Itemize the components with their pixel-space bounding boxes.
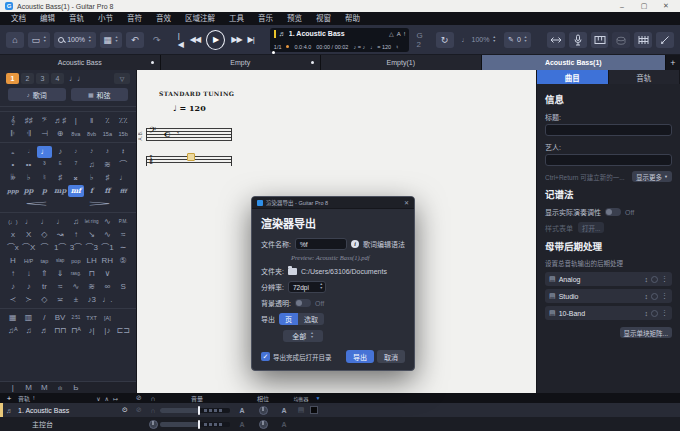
palette-item-r4c5[interactable]: ♭ — [84, 172, 100, 184]
volume-slider[interactable] — [160, 408, 230, 413]
effect-selector-arrows-icon[interactable]: ↕ — [645, 293, 649, 300]
palette-item-r2c1[interactable]: 𝅗𝅥 — [21, 146, 37, 158]
palette-item-r15c0[interactable]: ♫ᴬ — [5, 325, 21, 337]
volume-automation-button[interactable]: A — [234, 407, 250, 414]
palette-item-r16c4[interactable]: Ь — [68, 382, 84, 394]
palette-item-r13c6[interactable]: ♩. — [100, 294, 116, 306]
visibility-eye-icon[interactable]: ⊙ — [118, 406, 132, 414]
palette-item-r16c0[interactable]: | — [5, 382, 21, 394]
tuner-button[interactable] — [569, 32, 587, 48]
add-track-button[interactable]: + — [0, 394, 18, 403]
palette-item-r12c2[interactable]: tr — [37, 281, 53, 293]
menu-item-7[interactable]: 工具 — [222, 12, 251, 25]
effect-menu-icon[interactable]: ⋮ — [661, 309, 668, 317]
scope-dropdown[interactable]: 全部▲▼ — [283, 330, 323, 342]
palette-item-r5c5[interactable]: f — [84, 185, 100, 197]
palette-item-r3c2[interactable]: ³ — [37, 159, 53, 171]
master-pan-knob[interactable] — [259, 420, 268, 429]
lyrics-button[interactable]: ♪歌词 — [8, 88, 66, 101]
palette-item-r3c7[interactable]: ⌒ — [115, 159, 131, 171]
palette-item-r16c3[interactable]: ılı — [52, 382, 68, 394]
mode-selection-button[interactable]: 选取 — [298, 313, 324, 325]
voice-button-4[interactable]: 4 — [51, 73, 64, 84]
menu-item-4[interactable]: 音符 — [120, 12, 149, 25]
palette-item-r1c6[interactable]: 15a — [100, 128, 116, 140]
palette-item-r12c3[interactable]: ≈ — [52, 281, 68, 293]
effect-row-10-band[interactable]: ▤10-Band↕⋮ — [545, 306, 672, 320]
palette-item-r14c4[interactable]: 2:51 — [68, 312, 84, 324]
palette-item-r11c3[interactable]: ⇓ — [52, 268, 68, 280]
multivoice-icon[interactable]: ♩♩ — [69, 74, 85, 83]
count-in-icon[interactable]: ! — [404, 31, 406, 37]
palette-item-r5c1[interactable]: pp — [21, 185, 37, 197]
palette-item-r7c5[interactable]: let ring — [84, 216, 100, 228]
palette-item-r1c5[interactable]: 8vb — [84, 128, 100, 140]
palette-item-r9c6[interactable]: ⌒1 — [100, 242, 116, 254]
show-more-button[interactable]: 显示更多▼ — [632, 171, 672, 182]
palette-item-r8c0[interactable]: x — [5, 229, 21, 241]
master-volume-slider[interactable] — [160, 422, 230, 427]
folder-path[interactable]: C:/Users/63106/Documents — [301, 268, 387, 275]
notation-staff[interactable]: 𝄢 C 𝄾 — [146, 128, 232, 141]
rewind-icon[interactable]: ◀◀ — [190, 35, 200, 44]
palette-item-r1c1[interactable]: 𝄇 — [21, 128, 37, 140]
new-tab-button[interactable]: + — [666, 55, 680, 70]
resolution-input[interactable]: 72dpi▲▼ — [288, 281, 326, 293]
palette-item-r3c3[interactable]: ⁵ — [52, 159, 68, 171]
goto-icon[interactable]: ↦ — [113, 395, 118, 402]
minimize-button[interactable]: – — [613, 3, 631, 10]
menu-item-5[interactable]: 音效 — [149, 12, 178, 25]
palette-item-r10c1[interactable]: H/P — [21, 255, 37, 267]
playback-display[interactable]: ♬ 1. Acoustic Bass △ A ! 1/1 0.0:4.0 00:… — [270, 28, 410, 52]
palette-item-r2c5[interactable]: 𝅘𝅥𝅰 — [84, 146, 100, 158]
master-pan-automation[interactable]: A — [276, 421, 292, 428]
info-icon[interactable]: i — [351, 240, 359, 248]
palette-item-r8c1[interactable]: X — [21, 229, 37, 241]
palette-item-r5c3[interactable]: mp — [52, 185, 68, 197]
palette-item-r5c7[interactable]: fff — [115, 185, 131, 197]
loop-button[interactable]: ↻ — [436, 32, 454, 48]
solo-header-icon[interactable]: ∩ — [146, 395, 160, 402]
doc-tab-acoustic-bass-1[interactable]: Acoustic Bass(1) — [482, 55, 666, 70]
palette-item-r10c6[interactable]: RH — [100, 255, 116, 267]
palette-item-r3c0[interactable]: • — [5, 159, 21, 171]
tab-song[interactable]: 曲目 — [537, 70, 609, 84]
palette-item-r11c6[interactable]: ∨ — [100, 268, 116, 280]
palette-item-r4c3[interactable]: ♯ — [52, 172, 68, 184]
palette-item-r8c2[interactable]: ◇ — [37, 229, 53, 241]
menu-item-6[interactable]: 区域注解 — [178, 12, 222, 25]
metronome-icon[interactable]: △ — [389, 30, 394, 37]
palette-item-r10c2[interactable]: tap — [37, 255, 53, 267]
stylesheet-open-button[interactable]: 打开... — [578, 222, 604, 233]
palette-item-r1c4[interactable]: 8va — [68, 128, 84, 140]
palette-item-r14c3[interactable]: BV — [52, 312, 68, 324]
home-button[interactable]: ⌂ — [6, 32, 24, 48]
palette-item-r0c2[interactable]: 𝄢 — [37, 115, 53, 127]
palette-item-r10c7[interactable]: ⑤ — [115, 255, 131, 267]
pan-knob[interactable] — [259, 406, 268, 415]
palette-item-r11c4[interactable]: rasg. — [68, 268, 84, 280]
redo-button[interactable]: ↷ — [148, 32, 166, 48]
palette-item-r8c5[interactable]: ↘ — [84, 229, 100, 241]
palette-item-r7c6[interactable]: ∿ — [100, 216, 116, 228]
palette-item-r5c0[interactable]: ppp — [5, 185, 21, 197]
move-down-icon[interactable]: ∨ — [96, 395, 100, 402]
menu-item-1[interactable]: 编辑 — [33, 12, 62, 25]
palette-item-r5c6[interactable]: ff — [100, 185, 116, 197]
effect-row-analog[interactable]: ▤Analog↕⋮ — [545, 272, 672, 286]
virtual-fretboard-button[interactable] — [634, 32, 652, 48]
palette-item-r12c4[interactable]: ∿ — [68, 281, 84, 293]
cancel-button[interactable]: 取消 — [377, 350, 405, 363]
palette-item-r13c2[interactable]: ◇ — [37, 294, 53, 306]
palette-item-r13c1[interactable]: ≻ — [21, 294, 37, 306]
palette-item-r7c0[interactable]: (♩) — [5, 216, 21, 228]
eq-icon[interactable]: ▤ — [292, 406, 310, 414]
palette-item-r2c6[interactable]: 𝅘𝅥𝅱 — [100, 146, 116, 158]
skip-start-icon[interactable]: |◀ — [178, 31, 184, 49]
palette-item-r5c4[interactable]: mf — [68, 185, 84, 197]
palette-item-r4c2[interactable]: ♮ — [37, 172, 53, 184]
concert-pitch-toggle[interactable] — [605, 208, 621, 216]
edit-control[interactable]: ✎0▲▼ — [504, 32, 531, 48]
track-color-swatch[interactable] — [310, 406, 318, 414]
palette-item-r0c5[interactable]: ‖ — [84, 115, 100, 127]
